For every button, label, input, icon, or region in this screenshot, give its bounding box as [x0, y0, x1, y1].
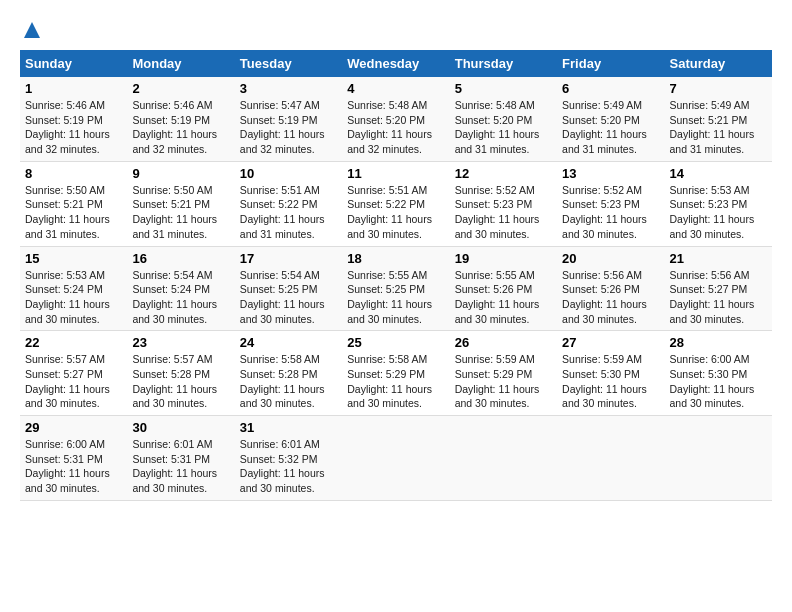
- calendar-cell: [557, 416, 664, 501]
- page-header: [20, 20, 772, 40]
- day-info: Sunrise: 5:57 AM Sunset: 5:28 PM Dayligh…: [132, 352, 229, 411]
- calendar-cell: 25Sunrise: 5:58 AM Sunset: 5:29 PM Dayli…: [342, 331, 449, 416]
- svg-marker-0: [24, 22, 40, 38]
- day-info: Sunrise: 5:52 AM Sunset: 5:23 PM Dayligh…: [455, 183, 552, 242]
- day-info: Sunrise: 5:49 AM Sunset: 5:20 PM Dayligh…: [562, 98, 659, 157]
- calendar-cell: 7Sunrise: 5:49 AM Sunset: 5:21 PM Daylig…: [665, 77, 772, 161]
- day-info: Sunrise: 5:58 AM Sunset: 5:29 PM Dayligh…: [347, 352, 444, 411]
- calendar-cell: 9Sunrise: 5:50 AM Sunset: 5:21 PM Daylig…: [127, 161, 234, 246]
- day-number: 20: [562, 251, 659, 266]
- day-number: 28: [670, 335, 767, 350]
- calendar-header: SundayMondayTuesdayWednesdayThursdayFrid…: [20, 50, 772, 77]
- calendar-cell: 10Sunrise: 5:51 AM Sunset: 5:22 PM Dayli…: [235, 161, 342, 246]
- day-number: 23: [132, 335, 229, 350]
- calendar-cell: 2Sunrise: 5:46 AM Sunset: 5:19 PM Daylig…: [127, 77, 234, 161]
- calendar-cell: 12Sunrise: 5:52 AM Sunset: 5:23 PM Dayli…: [450, 161, 557, 246]
- week-row-2: 8Sunrise: 5:50 AM Sunset: 5:21 PM Daylig…: [20, 161, 772, 246]
- day-number: 17: [240, 251, 337, 266]
- day-number: 29: [25, 420, 122, 435]
- header-friday: Friday: [557, 50, 664, 77]
- day-info: Sunrise: 5:58 AM Sunset: 5:28 PM Dayligh…: [240, 352, 337, 411]
- day-number: 8: [25, 166, 122, 181]
- day-info: Sunrise: 6:00 AM Sunset: 5:31 PM Dayligh…: [25, 437, 122, 496]
- day-info: Sunrise: 5:53 AM Sunset: 5:23 PM Dayligh…: [670, 183, 767, 242]
- day-info: Sunrise: 5:50 AM Sunset: 5:21 PM Dayligh…: [25, 183, 122, 242]
- day-info: Sunrise: 5:57 AM Sunset: 5:27 PM Dayligh…: [25, 352, 122, 411]
- header-thursday: Thursday: [450, 50, 557, 77]
- calendar-cell: 21Sunrise: 5:56 AM Sunset: 5:27 PM Dayli…: [665, 246, 772, 331]
- header-wednesday: Wednesday: [342, 50, 449, 77]
- header-tuesday: Tuesday: [235, 50, 342, 77]
- day-info: Sunrise: 5:50 AM Sunset: 5:21 PM Dayligh…: [132, 183, 229, 242]
- logo-icon: [22, 20, 42, 40]
- calendar-table: SundayMondayTuesdayWednesdayThursdayFrid…: [20, 50, 772, 501]
- calendar-cell: 30Sunrise: 6:01 AM Sunset: 5:31 PM Dayli…: [127, 416, 234, 501]
- day-info: Sunrise: 6:01 AM Sunset: 5:31 PM Dayligh…: [132, 437, 229, 496]
- day-number: 9: [132, 166, 229, 181]
- day-number: 5: [455, 81, 552, 96]
- day-number: 10: [240, 166, 337, 181]
- calendar-cell: 26Sunrise: 5:59 AM Sunset: 5:29 PM Dayli…: [450, 331, 557, 416]
- day-number: 6: [562, 81, 659, 96]
- day-info: Sunrise: 6:00 AM Sunset: 5:30 PM Dayligh…: [670, 352, 767, 411]
- calendar-cell: [665, 416, 772, 501]
- day-info: Sunrise: 5:55 AM Sunset: 5:26 PM Dayligh…: [455, 268, 552, 327]
- calendar-cell: 5Sunrise: 5:48 AM Sunset: 5:20 PM Daylig…: [450, 77, 557, 161]
- calendar-cell: 8Sunrise: 5:50 AM Sunset: 5:21 PM Daylig…: [20, 161, 127, 246]
- day-number: 19: [455, 251, 552, 266]
- calendar-cell: 28Sunrise: 6:00 AM Sunset: 5:30 PM Dayli…: [665, 331, 772, 416]
- day-number: 30: [132, 420, 229, 435]
- day-info: Sunrise: 5:52 AM Sunset: 5:23 PM Dayligh…: [562, 183, 659, 242]
- day-number: 7: [670, 81, 767, 96]
- calendar-cell: 29Sunrise: 6:00 AM Sunset: 5:31 PM Dayli…: [20, 416, 127, 501]
- calendar-cell: 14Sunrise: 5:53 AM Sunset: 5:23 PM Dayli…: [665, 161, 772, 246]
- day-number: 2: [132, 81, 229, 96]
- calendar-cell: 1Sunrise: 5:46 AM Sunset: 5:19 PM Daylig…: [20, 77, 127, 161]
- day-info: Sunrise: 5:55 AM Sunset: 5:25 PM Dayligh…: [347, 268, 444, 327]
- calendar-cell: 3Sunrise: 5:47 AM Sunset: 5:19 PM Daylig…: [235, 77, 342, 161]
- header-monday: Monday: [127, 50, 234, 77]
- header-row: SundayMondayTuesdayWednesdayThursdayFrid…: [20, 50, 772, 77]
- day-number: 1: [25, 81, 122, 96]
- calendar-cell: 31Sunrise: 6:01 AM Sunset: 5:32 PM Dayli…: [235, 416, 342, 501]
- week-row-4: 22Sunrise: 5:57 AM Sunset: 5:27 PM Dayli…: [20, 331, 772, 416]
- day-number: 15: [25, 251, 122, 266]
- header-saturday: Saturday: [665, 50, 772, 77]
- day-number: 31: [240, 420, 337, 435]
- calendar-cell: 17Sunrise: 5:54 AM Sunset: 5:25 PM Dayli…: [235, 246, 342, 331]
- calendar-cell: 20Sunrise: 5:56 AM Sunset: 5:26 PM Dayli…: [557, 246, 664, 331]
- calendar-cell: 13Sunrise: 5:52 AM Sunset: 5:23 PM Dayli…: [557, 161, 664, 246]
- day-info: Sunrise: 5:49 AM Sunset: 5:21 PM Dayligh…: [670, 98, 767, 157]
- day-number: 11: [347, 166, 444, 181]
- day-number: 13: [562, 166, 659, 181]
- calendar-cell: 16Sunrise: 5:54 AM Sunset: 5:24 PM Dayli…: [127, 246, 234, 331]
- calendar-cell: 24Sunrise: 5:58 AM Sunset: 5:28 PM Dayli…: [235, 331, 342, 416]
- day-number: 25: [347, 335, 444, 350]
- day-info: Sunrise: 5:47 AM Sunset: 5:19 PM Dayligh…: [240, 98, 337, 157]
- calendar-cell: 22Sunrise: 5:57 AM Sunset: 5:27 PM Dayli…: [20, 331, 127, 416]
- calendar-cell: 27Sunrise: 5:59 AM Sunset: 5:30 PM Dayli…: [557, 331, 664, 416]
- calendar-cell: [342, 416, 449, 501]
- day-info: Sunrise: 5:59 AM Sunset: 5:29 PM Dayligh…: [455, 352, 552, 411]
- day-info: Sunrise: 5:51 AM Sunset: 5:22 PM Dayligh…: [347, 183, 444, 242]
- day-info: Sunrise: 5:59 AM Sunset: 5:30 PM Dayligh…: [562, 352, 659, 411]
- week-row-1: 1Sunrise: 5:46 AM Sunset: 5:19 PM Daylig…: [20, 77, 772, 161]
- week-row-5: 29Sunrise: 6:00 AM Sunset: 5:31 PM Dayli…: [20, 416, 772, 501]
- day-number: 22: [25, 335, 122, 350]
- calendar-cell: 23Sunrise: 5:57 AM Sunset: 5:28 PM Dayli…: [127, 331, 234, 416]
- header-sunday: Sunday: [20, 50, 127, 77]
- day-info: Sunrise: 5:46 AM Sunset: 5:19 PM Dayligh…: [132, 98, 229, 157]
- logo: [20, 20, 42, 40]
- calendar-cell: 4Sunrise: 5:48 AM Sunset: 5:20 PM Daylig…: [342, 77, 449, 161]
- day-info: Sunrise: 6:01 AM Sunset: 5:32 PM Dayligh…: [240, 437, 337, 496]
- day-number: 18: [347, 251, 444, 266]
- day-info: Sunrise: 5:56 AM Sunset: 5:27 PM Dayligh…: [670, 268, 767, 327]
- day-number: 4: [347, 81, 444, 96]
- day-info: Sunrise: 5:54 AM Sunset: 5:24 PM Dayligh…: [132, 268, 229, 327]
- day-info: Sunrise: 5:48 AM Sunset: 5:20 PM Dayligh…: [347, 98, 444, 157]
- day-info: Sunrise: 5:46 AM Sunset: 5:19 PM Dayligh…: [25, 98, 122, 157]
- calendar-body: 1Sunrise: 5:46 AM Sunset: 5:19 PM Daylig…: [20, 77, 772, 500]
- day-info: Sunrise: 5:54 AM Sunset: 5:25 PM Dayligh…: [240, 268, 337, 327]
- day-number: 21: [670, 251, 767, 266]
- day-number: 12: [455, 166, 552, 181]
